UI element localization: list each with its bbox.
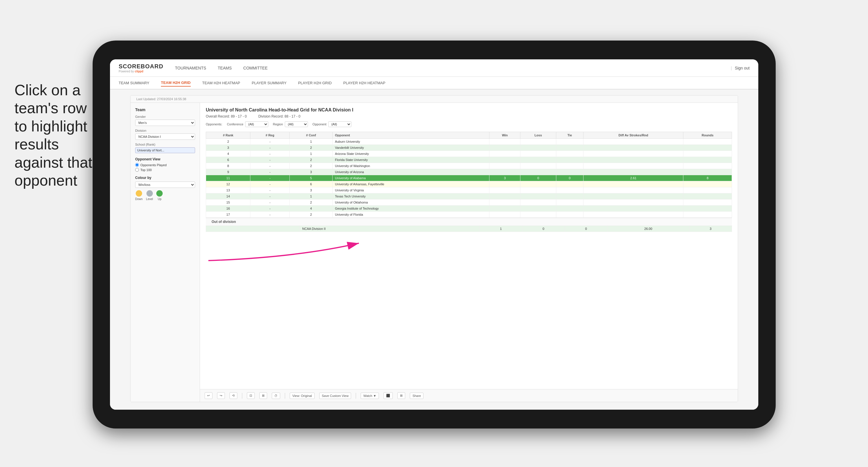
cell-win [489, 157, 520, 163]
table-row[interactable]: 12-6University of Arkansas, Fayetteville [206, 181, 732, 187]
toolbar-redo[interactable]: ↪ [217, 392, 225, 399]
radio-top100-label: Top 100 [141, 168, 152, 172]
sign-out-button[interactable]: Sign out [735, 66, 750, 70]
radio-opponents-played[interactable]: Opponents Played [135, 163, 195, 167]
cell-rounds [683, 194, 732, 200]
table-row[interactable]: 13-3University of Virginia [206, 187, 732, 194]
out-of-division-row[interactable]: NCAA Division II 1 0 0 26.00 3 [206, 226, 732, 232]
table-row[interactable]: 8-2University of Washington [206, 163, 732, 169]
sub-nav-player-h2h-grid[interactable]: PLAYER H2H GRID [298, 80, 332, 86]
legend-down: Down [135, 190, 143, 201]
toolbar-icon2[interactable]: ⊞ [397, 392, 405, 399]
cell-conf: 2 [290, 157, 333, 163]
conference-filter-select[interactable]: (All) [245, 121, 268, 127]
sub-nav-team-h2h-heatmap[interactable]: TEAM H2H HEATMAP [202, 80, 240, 86]
table-row[interactable]: 17-2University of Florida [206, 212, 732, 218]
cell-reg: - [250, 200, 290, 206]
ood-rank [206, 226, 237, 232]
cell-conf: 3 [290, 187, 333, 194]
cell-rank: 2 [206, 139, 250, 145]
table-row[interactable]: 16-4Georgia Institute of Technology [206, 206, 732, 212]
ood-loss: 0 [522, 226, 565, 232]
toolbar-refresh[interactable]: ⊡ [247, 392, 255, 399]
grid-header: University of North Carolina Head-to-Hea… [200, 103, 738, 132]
toolbar-back[interactable]: ⟲ [229, 392, 237, 399]
cell-conf: 6 [290, 181, 333, 187]
table-row[interactable]: 15-2University of Oklahoma [206, 200, 732, 206]
cell-win [489, 151, 520, 157]
cell-conf: 2 [290, 200, 333, 206]
table-row[interactable]: 4-1Arizona State University [206, 151, 732, 157]
grid-table-body: 2-1Auburn University3-2Vanderbilt Univer… [206, 139, 732, 218]
cell-rank: 14 [206, 194, 250, 200]
cell-reg: - [250, 175, 290, 181]
left-sidebar: Team Gender Men's Division NCAA Division… [130, 103, 200, 402]
toolbar-grid[interactable]: ⊞ [259, 392, 267, 399]
colour-by-select[interactable]: Win/loss [135, 181, 195, 188]
nav-committee[interactable]: COMMITTEE [243, 64, 268, 71]
nav-separator: | [731, 66, 732, 70]
cell-diff [584, 157, 683, 163]
cell-win [489, 145, 520, 151]
division-label: Division [135, 129, 195, 132]
col-rank: # Rank [206, 132, 250, 139]
cell-rounds [683, 145, 732, 151]
cell-diff [584, 163, 683, 169]
cell-win [489, 181, 520, 187]
cell-tie [556, 163, 584, 169]
cell-loss [520, 206, 556, 212]
table-row[interactable]: 14-1Texas Tech University [206, 194, 732, 200]
right-content: University of North Carolina Head-to-Hea… [200, 103, 738, 402]
table-row[interactable]: 2-1Auburn University [206, 139, 732, 145]
cell-tie [556, 157, 584, 163]
cell-tie [556, 145, 584, 151]
toolbar-undo[interactable]: ↩ [205, 392, 212, 399]
cell-reg: - [250, 145, 290, 151]
out-of-division-body: NCAA Division II 1 0 0 26.00 3 [206, 226, 732, 232]
legend-level: Level [146, 190, 153, 201]
toolbar-watch[interactable]: Watch ▼ [361, 392, 379, 399]
opponent-filter-select[interactable]: (All) [328, 121, 351, 127]
toolbar-save-custom[interactable]: Save Custom View [319, 392, 351, 399]
cell-rank: 12 [206, 181, 250, 187]
sub-nav-team-h2h-grid[interactable]: TEAM H2H GRID [161, 79, 191, 87]
table-row[interactable]: 6-2Florida State University [206, 157, 732, 163]
division-select[interactable]: NCAA Division I [135, 134, 195, 140]
sub-nav-team-summary[interactable]: TEAM SUMMARY [119, 80, 149, 86]
gender-select[interactable]: Men's [135, 120, 195, 126]
toolbar-clock[interactable]: ⏱ [272, 392, 280, 399]
cell-loss [520, 187, 556, 194]
cell-rank: 6 [206, 157, 250, 163]
grid-title: University of North Carolina Head-to-Hea… [206, 108, 732, 113]
top-navigation: SCOREBOARD Powered by clippd TOURNAMENTS… [110, 59, 758, 77]
cell-rounds [683, 157, 732, 163]
cell-rounds [683, 151, 732, 157]
toolbar-view-original[interactable]: View: Original [290, 392, 315, 399]
col-diff: Diff Av Strokes/Rnd [584, 132, 683, 139]
panel-body: Team Gender Men's Division NCAA Division… [130, 103, 738, 402]
toolbar-share[interactable]: Share [410, 392, 424, 399]
cell-win [489, 194, 520, 200]
toolbar-icon1[interactable]: ⬛ [383, 392, 393, 399]
table-row[interactable]: 3-2Vanderbilt University [206, 145, 732, 151]
radio-opponents-played-label: Opponents Played [141, 163, 167, 167]
table-row[interactable]: 11-5University of Alabama3002.618 [206, 175, 732, 181]
cell-reg: - [250, 163, 290, 169]
nav-teams[interactable]: TEAMS [218, 64, 231, 71]
radio-top100[interactable]: Top 100 [135, 168, 195, 172]
sub-navigation: TEAM SUMMARY TEAM H2H GRID TEAM H2H HEAT… [110, 77, 758, 89]
filter-opponents: Opponents: [206, 122, 222, 126]
cell-diff [584, 181, 683, 187]
toolbar-sep1 [242, 393, 242, 399]
logo-scoreboard: SCOREBOARD [119, 63, 163, 70]
nav-items: TOURNAMENTS TEAMS COMMITTEE [175, 64, 731, 71]
nav-tournaments[interactable]: TOURNAMENTS [175, 64, 206, 71]
ood-win: 1 [479, 226, 522, 232]
region-filter-select[interactable]: (All) [285, 121, 308, 127]
table-row[interactable]: 9-3University of Arizona [206, 169, 732, 175]
sub-nav-player-summary[interactable]: PLAYER SUMMARY [252, 80, 286, 86]
sub-nav-player-h2h-heatmap[interactable]: PLAYER H2H HEATMAP [343, 80, 385, 86]
cell-rank: 13 [206, 187, 250, 194]
cell-loss [520, 212, 556, 218]
out-of-division-label: Out of division [206, 218, 732, 226]
